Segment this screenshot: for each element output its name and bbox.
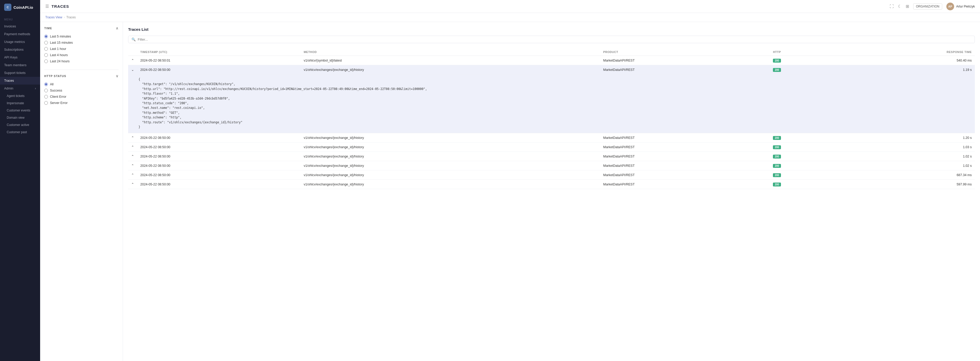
filter-input[interactable] [138,38,972,41]
dashboard-icon[interactable]: ⊞ [906,4,909,9]
time-24hours-label: Last 24 hours [50,60,70,63]
chevron-right-icon: › [35,87,36,90]
time-option-1hour[interactable]: Last 1 hour [44,46,119,52]
time-collapse-icon[interactable]: ∧ [116,26,119,30]
sidebar-item-usage-metrics[interactable]: Usage metrics [0,38,40,46]
row-response-time: 1.02 s [834,161,975,170]
admin-label: Admin [4,87,13,90]
row-timestamp: 2024-05-22 08:50:00 [137,133,301,142]
http-collapse-icon[interactable]: ∨ [116,74,119,78]
row-expand-toggle[interactable]: ⌃ [128,133,137,142]
row-product: MarketDataAPI/REST [600,133,770,142]
http-option-success[interactable]: Success [44,87,119,93]
row-timestamp: 2024-05-22 08:50:01 [137,56,301,65]
traces-table: TIMESTAMP (UTC) METHOD PRODUCT HTTP RESP… [128,48,975,189]
row-expand-toggle[interactable]: ⌃ [128,152,137,161]
user-profile[interactable]: AP Artur Pietrzyk [947,3,975,10]
time-1hour-label: Last 1 hour [50,47,66,51]
time-option-5min[interactable]: Last 5 minutes [44,33,119,40]
row-timestamp: 2024-05-22 08:50:00 [137,170,301,180]
time-filter-header: TIME ∧ [44,26,119,30]
breadcrumb-traces-view[interactable]: Traces View [45,16,62,19]
time-option-24hours[interactable]: Last 24 hours [44,58,119,64]
hamburger-icon[interactable]: ☰ [45,4,49,9]
time-option-15min[interactable]: Last 15 minutes [44,40,119,46]
table-row: ⌃ 2024-05-22 08:50:00 v1/ohlcv/exchanges… [128,142,975,152]
row-http: 200 [770,170,834,180]
dark-mode-icon[interactable]: ☾ [898,4,902,9]
topbar: ☰ TRACES ⛶ ☾ ⊞ ORGANIZATION AP Artur Pie… [40,0,980,13]
traces-list-title: Traces List [128,27,975,32]
sidebar-item-impersonate[interactable]: Impersonate [0,100,40,107]
row-expand-toggle[interactable]: ⌃ [128,56,137,65]
http-option-client-error[interactable]: Client Error [44,93,119,100]
table-row: ⌃ 2024-05-22 08:50:01 v1/ohlcv/{symbol_i… [128,56,975,65]
row-product: MarketDataAPI/REST [600,180,770,189]
sidebar-item-domain-view[interactable]: Domain view [0,114,40,121]
sidebar-item-customer-active[interactable]: Customer active [0,121,40,128]
filter-search-bar[interactable]: 🔍 [128,36,975,43]
row-http: 200 [770,152,834,161]
sidebar-item-team-members[interactable]: Team members [0,61,40,69]
search-icon: 🔍 [132,38,136,41]
sidebar-item-admin[interactable]: Admin › [0,85,40,92]
impersonate-label: Impersonate [7,101,24,105]
customer-active-label: Customer active [7,123,29,127]
user-name: Artur Pietrzyk [956,5,975,8]
organization-button[interactable]: ORGANIZATION [913,3,942,10]
row-response-time: 540.40 ms [834,56,975,65]
http-client-error-label: Client Error [50,95,66,98]
table-row: ⌃ 2024-05-22 08:50:00 v1/ohlcv/exchanges… [128,161,975,170]
row-http: 200 [770,161,834,170]
avatar: AP [947,3,954,10]
sidebar-item-subscriptions[interactable]: Subscriptions [0,46,40,54]
time-15min-label: Last 15 minutes [50,41,73,44]
fullscreen-icon[interactable]: ⛶ [890,4,894,9]
row-expand-toggle[interactable]: ⌃ [128,170,137,180]
http-option-server-error[interactable]: Server Error [44,100,119,106]
breadcrumb: Traces View › Traces [40,13,980,22]
col-product: PRODUCT [600,48,770,56]
time-4hours-label: Last 4 hours [50,53,68,57]
row-http: 200 [770,133,834,142]
row-product: MarketDataAPI/REST [600,152,770,161]
customer-past-label: Customer past [7,130,27,134]
row-response-time: 1.20 s [834,133,975,142]
time-option-4hours[interactable]: Last 4 hours [44,52,119,58]
sidebar-item-customer-events[interactable]: Customer events [0,107,40,114]
row-timestamp: 2024-05-22 08:50:00 [137,180,301,189]
col-timestamp: TIMESTAMP (UTC) [137,48,301,56]
http-option-all[interactable]: All [44,81,119,87]
row-product: MarketDataAPI/REST [600,56,770,65]
time-5min-label: Last 5 minutes [50,35,71,38]
row-expand-toggle[interactable]: ⌃ [128,161,137,170]
row-expand-toggle[interactable]: ⌄ [128,65,137,74]
support-tickets-label: Support tickets [4,71,25,75]
row-expand-toggle[interactable]: ⌃ [128,180,137,189]
row-response-time: 1.19 s [834,65,975,74]
http-filter-header: HTTP STATUS ∨ [44,74,119,78]
sidebar-item-agent-tickets[interactable]: Agent tickets [0,92,40,100]
row-expand-toggle[interactable]: ⌃ [128,142,137,152]
row-product: MarketDataAPI/REST [600,142,770,152]
row-timestamp: 2024-05-22 08:50:00 [137,161,301,170]
http-server-error-label: Server Error [50,101,68,105]
detail-row: { "http.target": "/v1/ohlcv/exchanges/KU… [128,74,975,133]
traces-panel: Traces List 🔍 TIMESTAMP (UTC) METHOD PRO… [123,22,980,361]
sidebar-item-invoices[interactable]: Invoices [0,22,40,30]
row-method: v1/ohlcv/{symbol_id}/latest [301,56,600,65]
table-row: ⌃ 2024-05-22 08:50:00 v1/ohlcv/exchanges… [128,152,975,161]
sidebar-item-customer-past[interactable]: Customer past [0,128,40,136]
sidebar-item-support-tickets[interactable]: Support tickets [0,69,40,77]
col-method: METHOD [301,48,600,56]
sidebar: C CoinAPI.io MENU Invoices Payment metho… [0,0,40,361]
row-timestamp: 2024-05-22 08:50:00 [137,152,301,161]
sidebar-item-traces[interactable]: Traces [0,77,40,85]
api-keys-label: API Keys [4,55,18,59]
table-row: ⌃ 2024-05-22 08:50:00 v1/ohlcv/exchanges… [128,170,975,180]
invoices-label: Invoices [4,25,16,28]
sidebar-item-payment-methods[interactable]: Payment methods [0,30,40,38]
row-method: v1/ohlcv/exchanges/{exchange_id}/history [301,170,600,180]
breadcrumb-separator: › [64,16,65,19]
sidebar-item-api-keys[interactable]: API Keys [0,54,40,61]
